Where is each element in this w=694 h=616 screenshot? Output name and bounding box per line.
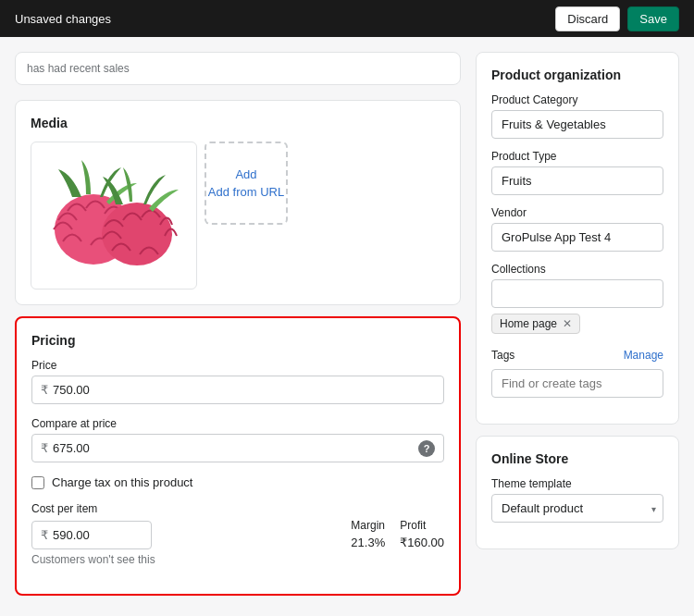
category-group: Product Category xyxy=(491,93,663,139)
help-icon[interactable]: ? xyxy=(418,440,435,457)
recent-sales-notice: has had recent sales xyxy=(15,52,461,85)
compare-price-label: Compare at price xyxy=(31,417,444,430)
manage-tags-link[interactable]: Manage xyxy=(624,349,663,362)
discard-button[interactable]: Discard xyxy=(555,6,620,31)
compare-price-input-wrapper: ₹ ? xyxy=(31,434,444,462)
cost-group: Cost per item ₹ Margin 21.3% Profit xyxy=(31,502,444,566)
price-prefix: ₹ xyxy=(41,383,48,397)
top-bar-actions: Discard Save xyxy=(555,6,679,31)
svg-point-1 xyxy=(102,203,172,265)
pricing-card: Pricing Price ₹ Compare at price ₹ ? Cha… xyxy=(15,316,461,596)
cost-row: ₹ Margin 21.3% Profit ₹160.00 xyxy=(31,519,444,549)
add-media-button[interactable]: Add xyxy=(235,167,256,181)
margin-col: Margin 21.3% xyxy=(351,519,385,549)
price-input-wrapper: ₹ xyxy=(31,376,444,404)
right-column: Product organization Product Category Pr… xyxy=(476,52,679,596)
profit-value: ₹160.00 xyxy=(400,536,444,549)
vendor-label: Vendor xyxy=(491,206,663,219)
online-store-card: Online Store Theme template Default prod… xyxy=(476,436,679,549)
org-title: Product organization xyxy=(491,68,663,82)
media-image-box xyxy=(31,142,197,290)
type-group: Product Type xyxy=(491,150,663,195)
theme-label: Theme template xyxy=(491,477,663,490)
compare-price-input[interactable] xyxy=(31,434,444,462)
tax-label: Charge tax on this product xyxy=(52,475,192,489)
cost-hint: Customers won't see this xyxy=(31,553,444,566)
product-image xyxy=(40,151,188,280)
collections-input[interactable] xyxy=(491,279,663,308)
cost-label: Cost per item xyxy=(31,502,444,515)
profit-col: Profit ₹160.00 xyxy=(400,519,444,549)
cost-prefix: ₹ xyxy=(41,528,48,542)
pricing-title: Pricing xyxy=(31,333,444,348)
type-label: Product Type xyxy=(491,150,663,163)
theme-select-wrapper: Default product ▾ xyxy=(491,494,663,523)
media-add-box[interactable]: Add Add from URL xyxy=(204,142,288,225)
unsaved-changes-title: Unsaved changes xyxy=(15,12,111,26)
vendor-group: Vendor xyxy=(491,206,663,252)
theme-select[interactable]: Default product xyxy=(491,494,663,523)
add-from-url-button[interactable]: Add from URL xyxy=(208,185,284,199)
product-organization-card: Product organization Product Category Pr… xyxy=(476,52,679,425)
compare-prefix: ₹ xyxy=(41,441,48,455)
media-title: Media xyxy=(31,116,445,130)
price-group: Price ₹ xyxy=(31,359,444,404)
collections-label: Collections xyxy=(491,263,663,276)
category-input[interactable] xyxy=(491,110,663,139)
tags-group: Tags Manage xyxy=(491,349,663,398)
tax-checkbox-row: Charge tax on this product xyxy=(31,475,444,489)
top-bar: Unsaved changes Discard Save xyxy=(0,0,694,37)
theme-group: Theme template Default product ▾ xyxy=(491,477,663,523)
tags-label: Tags xyxy=(491,349,514,362)
homepage-tag: Home page ✕ xyxy=(491,314,580,334)
media-card: Media xyxy=(15,100,461,305)
margin-label: Margin xyxy=(351,519,385,532)
vendor-input[interactable] xyxy=(491,223,663,252)
tags-row: Tags Manage xyxy=(491,349,663,362)
homepage-tag-close[interactable]: ✕ xyxy=(563,318,572,329)
tax-checkbox[interactable] xyxy=(31,476,44,489)
main-container: has had recent sales Media xyxy=(0,37,694,610)
cost-input-wrapper: ₹ xyxy=(31,521,336,549)
left-column: has had recent sales Media xyxy=(15,52,461,596)
type-input[interactable] xyxy=(491,166,663,195)
collections-group: Collections Home page ✕ xyxy=(491,263,663,338)
cost-input[interactable] xyxy=(31,521,152,549)
category-label: Product Category xyxy=(491,93,663,106)
margin-value: 21.3% xyxy=(351,536,385,549)
cost-input-col: ₹ xyxy=(31,521,336,549)
online-store-title: Online Store xyxy=(491,451,663,466)
price-input[interactable] xyxy=(31,376,444,404)
profit-label: Profit xyxy=(400,519,444,532)
compare-price-group: Compare at price ₹ ? xyxy=(31,417,444,462)
media-content: Add Add from URL xyxy=(31,142,445,290)
price-label: Price xyxy=(31,359,444,372)
tags-input[interactable] xyxy=(491,369,663,398)
save-button[interactable]: Save xyxy=(627,6,679,31)
